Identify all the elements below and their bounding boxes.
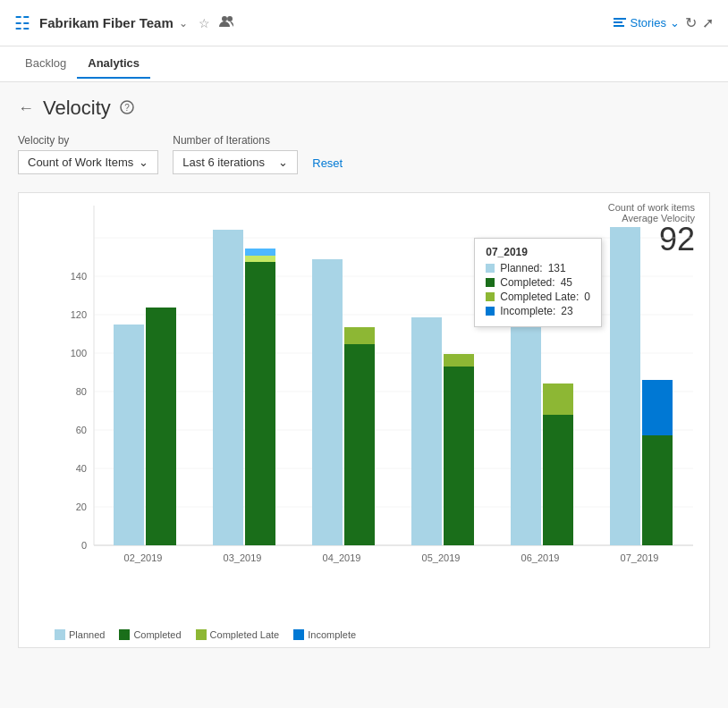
tooltip-incomplete-row: Incomplete: 23 xyxy=(486,305,590,317)
svg-text:07_2019: 07_2019 xyxy=(621,552,659,563)
svg-text:05_2019: 05_2019 xyxy=(422,552,461,563)
svg-point-0 xyxy=(222,16,227,21)
bar-05-planned xyxy=(411,317,442,545)
iterations-value: Last 6 iterations xyxy=(182,156,265,169)
svg-point-1 xyxy=(227,16,233,21)
bar-07-incomplete xyxy=(642,380,673,435)
svg-text:04_2019: 04_2019 xyxy=(323,552,361,563)
legend-planned-label: Planned xyxy=(69,629,105,640)
tooltip-completed-late-row: Completed Late: 0 xyxy=(486,291,590,303)
tooltip-incomplete-color xyxy=(486,307,495,316)
reset-button[interactable]: Reset xyxy=(312,152,343,174)
svg-text:140: 140 xyxy=(71,271,87,282)
velocity-header: ← Velocity ? xyxy=(18,97,710,120)
velocity-by-label: Velocity by xyxy=(18,134,158,147)
legend-completed: Completed xyxy=(119,629,181,640)
tooltip-incomplete-label: Incomplete: xyxy=(500,305,555,317)
header: ☷ Fabrikam Fiber Team ⌄ ☆ Stories ⌄ ↻ ➚ xyxy=(0,0,728,46)
tooltip-planned-row: Planned: 131 xyxy=(486,262,590,274)
header-right: Stories ⌄ ↻ ➚ xyxy=(613,14,714,31)
stories-button[interactable]: Stories ⌄ xyxy=(613,16,680,30)
bar-05-completed xyxy=(444,367,474,545)
iterations-chevron-icon: ⌄ xyxy=(278,156,288,169)
velocity-by-dropdown[interactable]: Count of Work Items ⌄ xyxy=(18,150,158,174)
bar-07-planned xyxy=(610,227,640,545)
chart-legend: Planned Completed Completed Late Incompl… xyxy=(55,629,356,640)
stories-chevron-icon: ⌄ xyxy=(670,16,680,30)
legend-completed-late: Completed Late xyxy=(196,629,280,640)
bar-03-completed-late xyxy=(245,255,275,262)
tooltip-completed-late-value: 0 xyxy=(584,291,590,303)
favorite-star-icon[interactable]: ☆ xyxy=(199,16,210,30)
iterations-dropdown[interactable]: Last 6 iterations ⌄ xyxy=(173,150,298,174)
svg-text:?: ? xyxy=(124,103,130,113)
bar-06-completed xyxy=(543,415,573,545)
legend-completed-late-color xyxy=(196,629,207,640)
bar-02-planned xyxy=(114,324,144,545)
bar-03-planned xyxy=(213,230,243,545)
chart-tooltip: 07_2019 Planned: 131 Completed: 45 Compl… xyxy=(474,238,602,327)
tooltip-completed-row: Completed: 45 xyxy=(486,276,590,289)
tooltip-completed-label: Completed: xyxy=(500,276,554,289)
svg-text:80: 80 xyxy=(76,386,87,397)
bar-04-completed xyxy=(344,344,375,545)
tab-analytics[interactable]: Analytics xyxy=(77,49,150,79)
svg-rect-4 xyxy=(614,25,624,27)
iterations-label: Number of Iterations xyxy=(173,134,298,147)
chart-svg: 0 20 40 60 80 100 120 140 02_2019 03_201… xyxy=(58,206,711,581)
iterations-group: Number of Iterations Last 6 iterations ⌄ xyxy=(173,134,298,174)
tooltip-title: 07_2019 xyxy=(486,246,590,258)
app-icon: ☷ xyxy=(14,13,30,34)
svg-text:40: 40 xyxy=(76,463,87,474)
svg-text:02_2019: 02_2019 xyxy=(124,552,163,563)
svg-text:120: 120 xyxy=(71,309,87,320)
nav-tabs: Backlog Analytics xyxy=(0,46,728,82)
tooltip-completed-late-color xyxy=(486,292,495,301)
back-button[interactable]: ← xyxy=(18,99,34,118)
page-title: Velocity xyxy=(43,97,111,120)
tooltip-planned-color xyxy=(486,264,495,273)
velocity-by-value: Count of Work Items xyxy=(28,156,133,169)
svg-text:06_2019: 06_2019 xyxy=(521,552,560,563)
svg-text:60: 60 xyxy=(76,425,87,435)
bar-05-completed-late xyxy=(444,354,474,367)
svg-text:20: 20 xyxy=(76,502,87,512)
svg-rect-2 xyxy=(614,18,626,20)
legend-incomplete: Incomplete xyxy=(293,629,356,640)
bar-03-completed xyxy=(245,259,275,545)
bar-06-planned xyxy=(511,324,541,545)
svg-rect-3 xyxy=(614,21,622,23)
bar-04-completed-late xyxy=(344,327,375,344)
bar-07-completed xyxy=(642,435,673,545)
tab-backlog[interactable]: Backlog xyxy=(14,49,77,79)
people-icon[interactable] xyxy=(219,15,235,30)
bar-06-completed-late xyxy=(543,384,573,415)
chart-container: Count of work items Average Velocity 92 … xyxy=(18,192,710,648)
refresh-button[interactable]: ↻ xyxy=(685,14,697,31)
tooltip-planned-value: 131 xyxy=(548,262,566,274)
tooltip-incomplete-value: 23 xyxy=(561,305,572,317)
legend-incomplete-color xyxy=(293,629,304,640)
legend-completed-label: Completed xyxy=(133,629,181,640)
help-icon[interactable]: ? xyxy=(120,100,134,117)
tooltip-completed-color xyxy=(486,278,495,287)
bar-02-completed xyxy=(146,308,176,545)
team-title: Fabrikam Fiber Team xyxy=(39,15,174,30)
expand-button[interactable]: ➚ xyxy=(702,14,714,31)
tooltip-planned-label: Planned: xyxy=(500,262,542,274)
stories-label: Stories xyxy=(631,16,666,30)
legend-planned-color xyxy=(55,629,65,640)
legend-completed-late-label: Completed Late xyxy=(210,629,280,640)
velocity-by-chevron-icon: ⌄ xyxy=(139,156,148,169)
svg-text:0: 0 xyxy=(81,540,87,551)
svg-text:100: 100 xyxy=(71,348,87,358)
team-chevron-icon: ⌄ xyxy=(179,17,188,30)
bar-03-incomplete xyxy=(245,249,275,256)
main-content: ← Velocity ? Velocity by Count of Work I… xyxy=(0,82,728,708)
svg-text:03_2019: 03_2019 xyxy=(224,552,262,563)
legend-completed-color xyxy=(119,629,130,640)
tooltip-completed-late-label: Completed Late: xyxy=(500,291,579,303)
velocity-by-group: Velocity by Count of Work Items ⌄ xyxy=(18,134,158,174)
controls-bar: Velocity by Count of Work Items ⌄ Number… xyxy=(18,134,710,174)
legend-incomplete-label: Incomplete xyxy=(308,629,356,640)
